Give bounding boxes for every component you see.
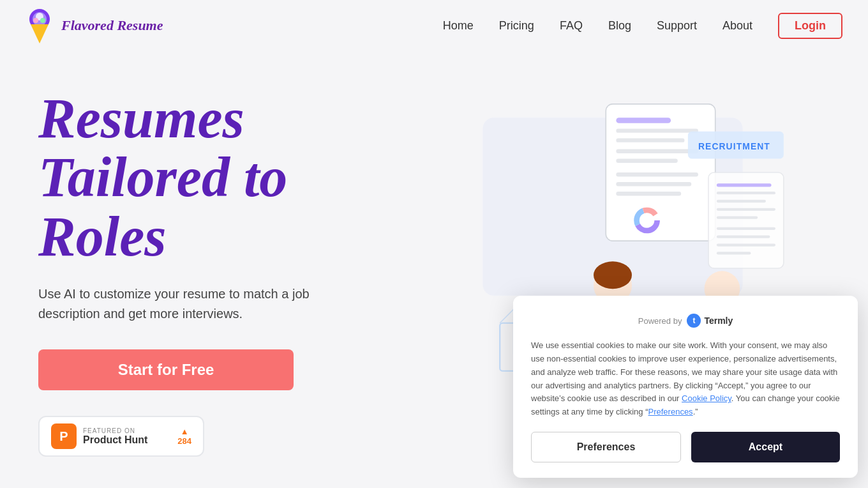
- powered-by-text: Powered by: [638, 316, 682, 326]
- termly-icon: t: [687, 314, 701, 328]
- cookie-body-text: We use essential cookies to make our sit…: [531, 339, 840, 419]
- cookie-overlay: Powered by t Termly We use essential coo…: [0, 0, 868, 488]
- preferences-inline-link[interactable]: Preferences: [648, 407, 693, 416]
- termly-header: Powered by t Termly: [531, 314, 840, 328]
- accept-button[interactable]: Accept: [691, 432, 840, 462]
- cookie-policy-link[interactable]: Cookie Policy: [682, 393, 731, 403]
- cookie-banner: Powered by t Termly We use essential coo…: [513, 296, 858, 478]
- cookie-actions: Preferences Accept: [531, 432, 840, 462]
- preferences-button[interactable]: Preferences: [531, 432, 681, 462]
- termly-logo: t Termly: [687, 314, 733, 328]
- termly-name: Termly: [704, 316, 733, 326]
